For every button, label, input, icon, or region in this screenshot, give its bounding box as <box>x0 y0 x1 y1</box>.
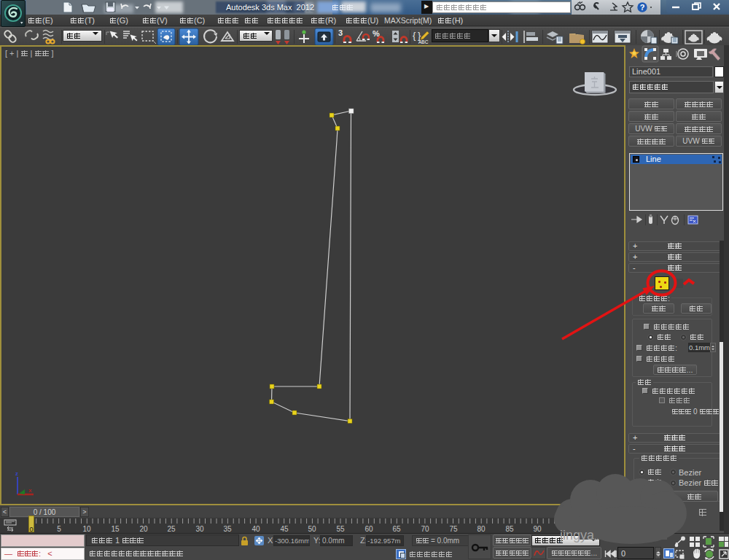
svg-text:85: 85 <box>505 525 514 533</box>
svg-text:ABC: ABC <box>418 39 429 44</box>
svg-text:25: 25 <box>167 525 176 533</box>
svg-text:35: 35 <box>223 525 232 533</box>
svg-text:45: 45 <box>280 525 289 533</box>
svg-text:5: 5 <box>57 525 61 533</box>
svg-text:80: 80 <box>477 525 486 533</box>
svg-text:30: 30 <box>195 525 204 533</box>
svg-text:3: 3 <box>338 28 343 37</box>
svg-text:55: 55 <box>336 525 345 533</box>
svg-text:60: 60 <box>364 525 373 533</box>
svg-text:15: 15 <box>111 525 120 533</box>
svg-text:jingya,.: jingya,. <box>559 528 599 542</box>
svg-text:x: x <box>28 487 32 494</box>
svg-text:?: ? <box>640 3 645 12</box>
svg-text:20: 20 <box>139 525 148 533</box>
svg-text:50: 50 <box>308 525 316 533</box>
svg-text:40: 40 <box>252 525 260 533</box>
svg-text:75: 75 <box>449 525 458 533</box>
svg-text:70: 70 <box>421 525 429 533</box>
svg-text:65: 65 <box>392 525 401 533</box>
svg-text:z: z <box>15 470 18 477</box>
svg-text:10: 10 <box>82 525 91 533</box>
